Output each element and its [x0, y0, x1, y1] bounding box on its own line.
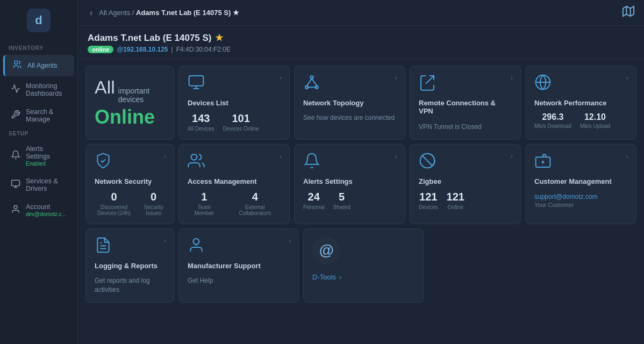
svg-rect-8: [189, 76, 204, 86]
stat-upload: 12.10 Mb/s Upload: [580, 112, 610, 129]
sidebar-item-monitoring[interactable]: Monitoring Dashboards: [3, 77, 74, 102]
svg-point-26: [194, 239, 199, 245]
online-text: Online: [95, 106, 165, 128]
breadcrumb-all-agents[interactable]: All Agents: [99, 9, 130, 17]
svg-marker-5: [623, 6, 634, 16]
card-alerts-settings[interactable]: › Alerts Settings 24 Personal 5 Shared: [294, 144, 405, 224]
back-button[interactable]: ‹: [88, 6, 95, 20]
alerts-stats: 24 Personal 5 Shared: [303, 191, 396, 210]
stat-all-devices: 143 All Devices: [188, 112, 214, 132]
zigbee-icon: [419, 152, 512, 173]
card-arrow-performance: ›: [626, 74, 628, 82]
svg-rect-1: [12, 180, 20, 186]
breadcrumb-current: Adams T.net Lab (E 14075 S) ★: [136, 9, 239, 17]
online-status-badge: online: [88, 46, 113, 53]
card-network-performance[interactable]: › Network Performance 296.3 Mb/s Downloa…: [525, 66, 636, 140]
card-network-security[interactable]: › Network Security 0 Discovered Devices …: [85, 144, 174, 224]
svg-point-11: [310, 76, 313, 78]
grid-row-2: › Network Security 0 Discovered Devices …: [85, 144, 636, 224]
sidebar-item-account[interactable]: Account dev@domotz.c...: [3, 198, 74, 222]
account-sub: dev@domotz.c...: [26, 211, 66, 217]
customer-email: support@domotz.com: [534, 193, 627, 200]
card-dtools[interactable]: @ D-Tools ›: [303, 228, 424, 303]
card-arrow-vpn: ›: [511, 74, 513, 82]
zigbee-title: Zigbee: [419, 177, 512, 185]
sidebar-item-all-agents[interactable]: All Agents: [3, 55, 74, 76]
card-manufacturer-support[interactable]: › Manufacturer Support Get Help: [178, 228, 299, 303]
card-arrow-access: ›: [280, 152, 282, 160]
customer-icon: [534, 152, 627, 173]
sidebar-search-label: Search & Manage: [26, 108, 67, 123]
agent-meta: online @192.168.10.125 | F4:4D:30:04:F2:…: [88, 46, 634, 53]
card-remote-vpn[interactable]: › Remote Connections & VPN VPN Tunnel is…: [410, 66, 521, 140]
account-icon: [11, 204, 20, 216]
performance-stats: 296.3 Mb/s Download 12.10 Mb/s Upload: [534, 112, 627, 129]
sidebar-account-label: Account: [26, 203, 66, 211]
card-devices-list[interactable]: › Devices List 143 All Devices 101 Devic…: [178, 66, 290, 140]
stat-discovered: 0 Discovered Devices (24h): [95, 191, 133, 216]
stat-external-collab: 4 External Collaborators: [230, 191, 281, 216]
card-arrow-zigbee: ›: [511, 152, 513, 160]
agent-header: Adams T.net Lab (E 14075 S) ★ online @19…: [78, 26, 644, 59]
card-customer-management[interactable]: › Customer Management support@domotz.com…: [525, 144, 636, 224]
security-stats: 0 Discovered Devices (24h) 0 Security Is…: [95, 191, 165, 216]
card-all-online[interactable]: All important devices Online: [85, 66, 174, 140]
sidebar-item-alerts[interactable]: Alerts Settings Enabled: [3, 140, 74, 171]
logging-icon: [95, 236, 165, 257]
security-title: Network Security: [95, 177, 165, 185]
alerts-enabled-badge: Enabled: [26, 161, 67, 167]
sidebar-services-label: Services & Drivers: [26, 177, 67, 192]
agent-ip: @192.168.10.125: [117, 46, 168, 53]
card-logging-reports[interactable]: › Logging & Reports Get reports and log …: [85, 228, 174, 303]
stat-personal: 24 Personal: [303, 191, 324, 210]
support-icon: [188, 236, 290, 257]
inventory-label: Inventory: [0, 43, 77, 54]
services-icon: [11, 179, 20, 191]
breadcrumb-sep: /: [132, 9, 136, 17]
card-arrow-devices: ›: [280, 74, 282, 82]
customer-label: Your Customer: [534, 202, 627, 208]
security-icon: [95, 152, 165, 173]
map-icon[interactable]: [622, 5, 634, 20]
sidebar-item-search-manage[interactable]: Search & Manage: [3, 103, 74, 128]
devices-list-icon: [188, 74, 281, 95]
access-stats: 1 Team Member 4 External Collaborators: [188, 191, 281, 216]
vpn-title: Remote Connections & VPN: [419, 99, 512, 115]
stat-zigbee-online: 121 Online: [447, 191, 464, 210]
zigbee-stats: 121 Devices 121 Online: [419, 191, 512, 210]
breadcrumb: All Agents / Adams T.net Lab (E 14075 S)…: [99, 9, 239, 17]
card-network-topology[interactable]: › Network Topology See how devices are c…: [294, 66, 405, 140]
vpn-status: VPN Tunnel is Closed: [419, 123, 512, 132]
sidebar-item-label: All Agents: [27, 62, 58, 69]
access-title: Access Management: [188, 177, 281, 185]
agent-mac: |: [171, 46, 173, 53]
card-arrow-customer: ›: [626, 152, 628, 160]
all-label: All important devices: [95, 77, 165, 104]
performance-icon: [534, 74, 627, 95]
dtools-link[interactable]: D-Tools ›: [312, 273, 414, 281]
sidebar-item-services-drivers[interactable]: Services & Drivers: [3, 173, 74, 197]
alerts-icon: [303, 152, 396, 173]
stat-security-issues: 0 Security Issues: [142, 191, 165, 216]
spacer-2: [534, 228, 636, 303]
topology-title: Network Topology: [303, 99, 396, 107]
app-logo: d: [27, 9, 51, 32]
sidebar: d Inventory All Agents Monitoring Dashbo…: [0, 0, 78, 344]
stat-zigbee-devices: 121 Devices: [419, 191, 438, 210]
agent-mac-address: F4:4D:30:04:F2:0E: [176, 46, 231, 53]
card-arrow-security: ›: [164, 152, 166, 160]
svg-line-14: [307, 78, 312, 85]
logging-desc: Get reports and log activities: [95, 276, 165, 295]
vpn-icon: [419, 74, 512, 95]
card-zigbee[interactable]: › Zigbee 121 Devices 121 Online: [410, 144, 521, 224]
sidebar-alerts-label: Alerts Settings: [26, 145, 67, 160]
topbar: ‹ All Agents / Adams T.net Lab (E 14075 …: [78, 0, 644, 26]
support-desc: Get Help: [188, 276, 290, 285]
dashboard-grid: All important devices Online › Devices L…: [78, 59, 644, 309]
svg-point-4: [14, 205, 17, 209]
customer-title: Customer Management: [534, 177, 627, 185]
card-access-management[interactable]: › Access Management 1 Team Member 4 Exte…: [178, 144, 290, 224]
access-icon: [188, 152, 281, 173]
logging-title: Logging & Reports: [95, 262, 165, 270]
performance-title: Network Performance: [534, 99, 627, 107]
